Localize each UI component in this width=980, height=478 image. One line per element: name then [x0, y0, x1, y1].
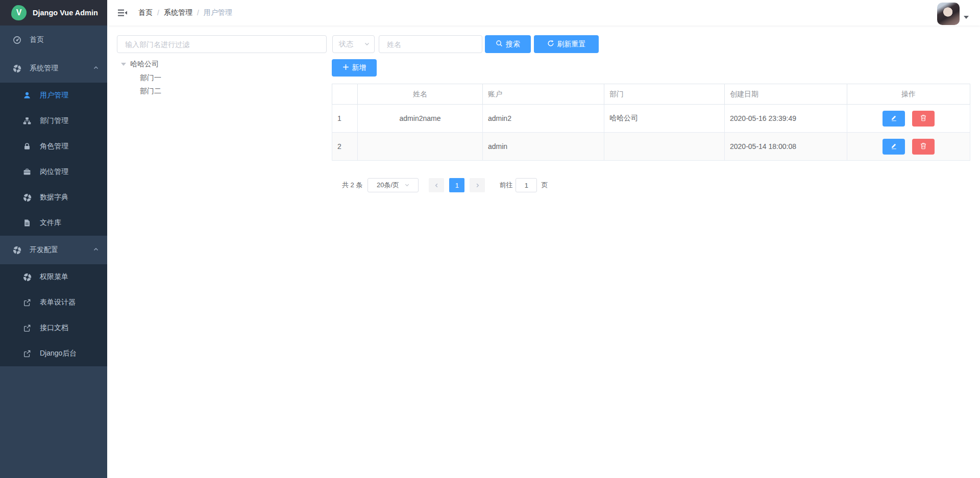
sidebar-item-form-designer[interactable]: 表单设计器 [0, 290, 107, 315]
tree-node-label: 哈哈公司 [130, 60, 159, 69]
table-row: 1 admin2name admin2 哈哈公司 2020-05-16 23:3… [332, 105, 970, 133]
submenu-system: 用户管理 部门管理 角色管理 [0, 83, 107, 236]
chevron-down-icon [364, 40, 370, 49]
breadcrumb-system: 系统管理 [164, 8, 192, 17]
cell-created: 2020-05-14 18:00:08 [725, 133, 847, 161]
col-account: 账户 [483, 84, 604, 105]
components-icon [11, 246, 22, 255]
avatar[interactable] [937, 3, 960, 25]
sidebar-group-label: 系统管理 [30, 64, 58, 73]
delete-button[interactable] [912, 139, 935, 155]
sidebar-item-files[interactable]: 文件库 [0, 210, 107, 236]
sidebar-group-devconfig[interactable]: 开发配置 [0, 236, 107, 264]
sidebar-item-posts[interactable]: 岗位管理 [0, 159, 107, 185]
breadcrumb-separator: / [197, 9, 199, 17]
sidebar-item-roles[interactable]: 角色管理 [0, 134, 107, 159]
components-icon [11, 64, 22, 73]
status-select-placeholder: 状态 [339, 40, 353, 49]
prev-page-button[interactable] [429, 178, 444, 192]
sidebar-item-label: 表单设计器 [40, 298, 76, 307]
tree-node-child[interactable]: 部门一 [117, 71, 327, 85]
sidebar-group-system[interactable]: 系统管理 [0, 54, 107, 83]
chevron-down-icon [404, 182, 410, 189]
refresh-reset-label: 刷新重置 [557, 40, 586, 49]
breadcrumb-home[interactable]: 首页 [138, 8, 153, 17]
org-tree-icon [21, 117, 33, 125]
briefcase-icon [21, 168, 33, 176]
user-icon [21, 91, 33, 99]
chevron-up-icon [93, 64, 99, 72]
tree-node-child[interactable]: 部门二 [117, 85, 327, 98]
sidebar-item-label: 接口文档 [40, 323, 68, 333]
pencil-icon [890, 142, 898, 151]
tree-node-root[interactable]: 哈哈公司 [117, 57, 327, 71]
refresh-reset-button[interactable]: 刷新重置 [534, 35, 599, 53]
trash-icon [920, 142, 927, 151]
top-header: 首页 / 系统管理 / 用户管理 [107, 0, 980, 26]
edit-button[interactable] [883, 111, 905, 127]
sidebar-group-label: 开发配置 [30, 245, 58, 255]
delete-button[interactable] [912, 111, 935, 127]
sidebar-item-permission-menu[interactable]: 权限菜单 [0, 264, 107, 290]
cell-created: 2020-05-16 23:39:49 [725, 105, 847, 133]
sidebar-item-label: 用户管理 [40, 91, 68, 100]
next-page-button[interactable] [470, 178, 485, 192]
cell-name [358, 133, 483, 161]
edit-button[interactable] [883, 139, 905, 155]
col-actions: 操作 [847, 84, 970, 105]
search-button[interactable]: 搜索 [485, 35, 531, 53]
breadcrumb-current: 用户管理 [204, 8, 232, 17]
goto-page-input[interactable] [516, 178, 537, 192]
sidebar-item-label: 部门管理 [40, 116, 68, 125]
sidebar-item-label: 数据字典 [40, 193, 68, 202]
sidebar-item-departments[interactable]: 部门管理 [0, 108, 107, 134]
app-title: Django Vue Admin [33, 9, 98, 17]
components-icon [21, 193, 33, 202]
table-header-row: 姓名 账户 部门 创建日期 操作 [332, 84, 970, 105]
search-icon [496, 40, 503, 48]
sidebar-item-label: Django后台 [40, 349, 77, 358]
document-icon [21, 219, 33, 227]
cell-index: 2 [332, 133, 358, 161]
refresh-icon [547, 40, 554, 48]
sidebar-item-label: 角色管理 [40, 142, 68, 151]
caret-down-icon[interactable] [121, 63, 126, 66]
sidebar-item-label: 权限菜单 [40, 272, 68, 282]
add-button[interactable]: 新增 [332, 59, 377, 77]
status-select[interactable]: 状态 [332, 35, 375, 53]
sidebar-item-home[interactable]: 首页 [0, 26, 107, 54]
caret-down-icon [964, 16, 969, 19]
external-link-icon [21, 349, 33, 358]
sidebar-item-dictionary[interactable]: 数据字典 [0, 185, 107, 210]
app-logo[interactable]: V Django Vue Admin [0, 0, 107, 26]
page-size-select[interactable]: 20条/页 [368, 178, 419, 192]
col-dept: 部门 [604, 84, 725, 105]
cell-account: admin [483, 133, 604, 161]
page-number-button[interactable]: 1 [449, 178, 464, 192]
sidebar-item-api-docs[interactable]: 接口文档 [0, 315, 107, 341]
name-filter-input[interactable] [379, 35, 482, 53]
tree-node-label: 部门二 [140, 87, 161, 96]
hamburger-icon[interactable] [115, 5, 130, 20]
department-tree: 哈哈公司 部门一 部门二 [117, 57, 327, 98]
sidebar-item-django-admin[interactable]: Django后台 [0, 341, 107, 366]
sidebar: V Django Vue Admin 首页 系统管理 用户管 [0, 0, 107, 478]
cell-account: admin2 [483, 105, 604, 133]
cell-name: admin2name [358, 105, 483, 133]
submenu-devconfig: 权限菜单 表单设计器 接口文档 [0, 264, 107, 366]
cell-dept [604, 133, 725, 161]
dashboard-icon [11, 36, 22, 44]
col-index [332, 84, 358, 105]
pencil-icon [890, 114, 898, 123]
sidebar-item-label: 岗位管理 [40, 167, 68, 177]
components-icon [21, 273, 33, 282]
sidebar-item-users[interactable]: 用户管理 [0, 83, 107, 108]
external-link-icon [21, 298, 33, 307]
dept-filter-input[interactable] [117, 35, 327, 53]
pagination-total: 共 2 条 [342, 181, 362, 190]
col-name: 姓名 [358, 84, 483, 105]
row-actions [852, 111, 965, 127]
user-menu[interactable] [937, 3, 969, 25]
external-link-icon [21, 324, 33, 332]
add-button-label: 新增 [352, 63, 366, 72]
